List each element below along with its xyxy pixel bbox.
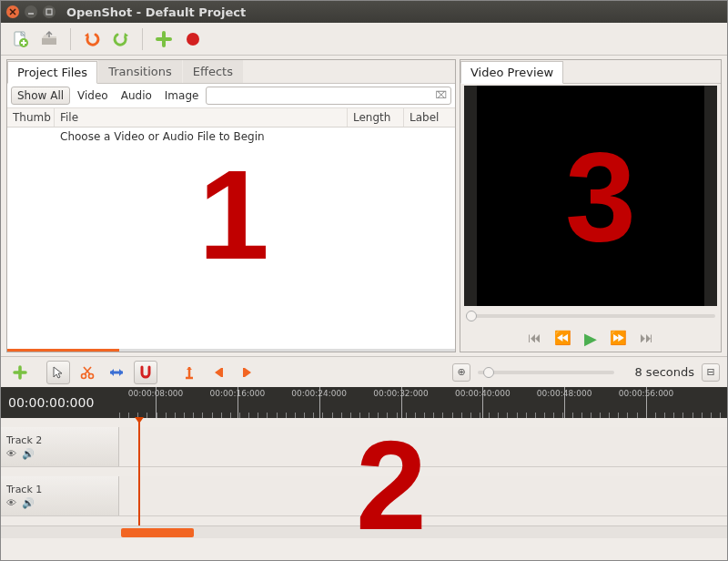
timeline-scrollbar[interactable] bbox=[1, 525, 727, 538]
empty-message: Choose a Video or Audio File to Begin bbox=[55, 128, 348, 146]
zoom-in-button[interactable]: ⊕ bbox=[452, 363, 470, 382]
track-name: Track 2 bbox=[6, 434, 113, 446]
ruler-tick-label: 00:00:32:000 bbox=[373, 389, 429, 398]
record-button[interactable] bbox=[181, 27, 205, 51]
pointer-tool-button[interactable] bbox=[46, 361, 70, 384]
title-bar: OpenShot - Default Project bbox=[1, 1, 727, 23]
project-panel: Project Files Transitions Effects Show A… bbox=[6, 59, 456, 352]
filter-video[interactable]: Video bbox=[72, 89, 114, 102]
svg-point-11 bbox=[187, 33, 199, 46]
prev-marker-button[interactable] bbox=[207, 361, 230, 384]
play-button[interactable]: ▶ bbox=[584, 329, 597, 348]
razor-tool-button[interactable] bbox=[76, 361, 99, 384]
visibility-icon[interactable]: 👁 bbox=[6, 497, 16, 509]
seek-thumb[interactable] bbox=[466, 311, 477, 321]
tab-transitions[interactable]: Transitions bbox=[98, 60, 182, 83]
add-marker-button[interactable] bbox=[177, 361, 201, 384]
svg-rect-3 bbox=[46, 9, 52, 15]
main-toolbar bbox=[1, 23, 727, 56]
col-file[interactable]: File bbox=[55, 108, 348, 127]
tab-project-files[interactable]: Project Files bbox=[7, 61, 97, 84]
video-preview-area[interactable] bbox=[464, 86, 717, 306]
undo-button[interactable] bbox=[80, 27, 104, 51]
visibility-icon[interactable]: 👁 bbox=[6, 448, 16, 460]
ruler-tick-label: 00:00:56:000 bbox=[619, 389, 674, 398]
col-length[interactable]: Length bbox=[348, 108, 404, 127]
resize-tool-button[interactable] bbox=[105, 361, 128, 384]
project-table-header: Thumb File Length Label bbox=[7, 108, 455, 128]
playhead[interactable] bbox=[138, 418, 140, 525]
filter-search-input[interactable]: ⌧ bbox=[206, 87, 451, 105]
clear-search-icon[interactable]: ⌧ bbox=[435, 89, 447, 101]
project-scroll-indicator bbox=[7, 349, 455, 352]
window-title: OpenShot - Default Project bbox=[66, 5, 246, 19]
new-project-button[interactable] bbox=[8, 27, 32, 51]
snap-button[interactable] bbox=[134, 361, 157, 384]
track-header[interactable]: Track 1 👁 🔊 bbox=[1, 476, 119, 515]
ruler-tick-label: 00:00:24:000 bbox=[291, 389, 347, 398]
zoom-slider[interactable] bbox=[478, 371, 614, 374]
rewind-button[interactable]: ⏪ bbox=[554, 330, 571, 346]
project-tabs: Project Files Transitions Effects bbox=[7, 60, 455, 84]
open-project-button[interactable] bbox=[37, 27, 61, 51]
track-header[interactable]: Track 2 👁 🔊 bbox=[1, 427, 119, 466]
ruler-tick-label: 00:00:48:000 bbox=[537, 389, 592, 398]
track[interactable]: Track 1 👁 🔊 bbox=[1, 476, 727, 516]
col-label[interactable]: Label bbox=[404, 108, 455, 127]
track[interactable]: Track 2 👁 🔊 bbox=[1, 427, 727, 467]
scrollbar-thumb[interactable] bbox=[121, 528, 194, 537]
jump-start-button[interactable]: ⏮ bbox=[528, 330, 541, 346]
playback-controls: ⏮ ⏪ ▶ ⏩ ⏭ bbox=[460, 324, 721, 352]
timeline-toolbar: ⊕ 8 seconds ⊟ bbox=[1, 356, 727, 387]
preview-seek-bar[interactable] bbox=[460, 308, 721, 324]
add-track-button[interactable] bbox=[8, 361, 32, 384]
next-marker-button[interactable] bbox=[236, 361, 259, 384]
col-thumb[interactable]: Thumb bbox=[7, 108, 55, 127]
table-row[interactable]: Choose a Video or Audio File to Begin bbox=[7, 128, 455, 146]
window-maximize-button[interactable] bbox=[43, 5, 56, 18]
audio-icon[interactable]: 🔊 bbox=[22, 497, 35, 509]
audio-icon[interactable]: 🔊 bbox=[22, 448, 35, 460]
svg-rect-8 bbox=[42, 38, 56, 45]
fast-forward-button[interactable]: ⏩ bbox=[610, 330, 627, 346]
tab-video-preview[interactable]: Video Preview bbox=[460, 61, 563, 84]
ruler-tick-label: 00:00:16:000 bbox=[210, 389, 266, 398]
redo-button[interactable] bbox=[109, 27, 133, 51]
timeline-ruler[interactable]: 00:00:00:000 00:00:08:00000:00:16:00000:… bbox=[1, 387, 727, 418]
window-close-button[interactable] bbox=[6, 5, 19, 18]
preview-panel: Video Preview ⏮ ⏪ ▶ ⏩ ⏭ 3 bbox=[460, 59, 722, 352]
filter-image[interactable]: Image bbox=[159, 89, 205, 102]
jump-end-button[interactable]: ⏭ bbox=[640, 330, 653, 346]
add-file-button[interactable] bbox=[152, 27, 176, 51]
tab-effects[interactable]: Effects bbox=[183, 60, 243, 83]
zoom-out-button[interactable]: ⊟ bbox=[702, 363, 720, 382]
window-minimize-button[interactable] bbox=[25, 5, 37, 18]
filter-audio[interactable]: Audio bbox=[116, 89, 157, 102]
filter-row: Show All Video Audio Image ⌧ bbox=[7, 84, 455, 108]
zoom-label: 8 seconds bbox=[622, 365, 694, 379]
ruler-tick-label: 00:00:08:000 bbox=[128, 389, 184, 398]
filter-show-all-button[interactable]: Show All bbox=[11, 87, 70, 105]
timeline-tracks: Track 2 👁 🔊 Track 1 👁 🔊 bbox=[1, 418, 727, 525]
track-name: Track 1 bbox=[6, 484, 113, 495]
playhead-position: 00:00:00:000 bbox=[1, 387, 119, 418]
timeline-zoom: ⊕ 8 seconds ⊟ bbox=[452, 363, 720, 382]
ruler-tick-label: 00:00:40:000 bbox=[455, 389, 511, 398]
